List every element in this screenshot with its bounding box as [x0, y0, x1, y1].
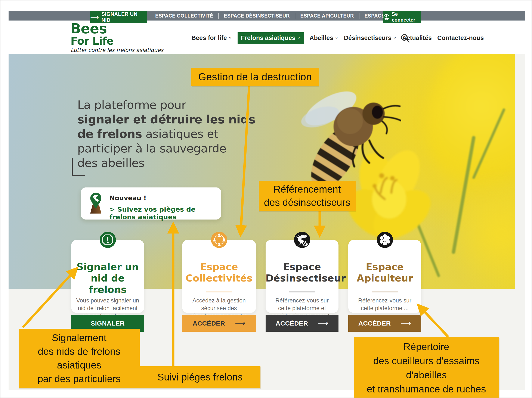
nouveau-title: Nouveau ! [109, 194, 146, 202]
nav-item-bees-for-life[interactable]: Bees for life ⌄ [191, 34, 232, 41]
card-espace-desinsectiseur: EspaceDésinsectiseur Référencez-vous sur… [266, 232, 338, 332]
button-label: ACCÉDER [193, 320, 225, 327]
logo[interactable]: Bees For Life [70, 22, 114, 46]
heading-bracket [72, 158, 73, 176]
card-title: Signaler unnid de frelons [71, 261, 144, 295]
heading-line: signaler et détruire les nids [77, 113, 255, 126]
divider [372, 291, 398, 292]
arrow-right-icon: ⟶ [318, 319, 329, 327]
arrow-right-icon: ⟶ [235, 319, 246, 327]
arrow-right-icon: ⟶ [401, 319, 411, 327]
login-label: Se connecter [392, 11, 421, 23]
honeycomb-icon [377, 232, 393, 248]
callout-signalement-particuliers: Signalement des nids de frelons asiatiqu… [19, 329, 140, 388]
hornet-pin-icon [88, 191, 104, 214]
acceder-apiculteur-button[interactable]: ACCÉDER ⟶ [348, 315, 421, 332]
chevron-down-icon: ⌄ [393, 34, 397, 39]
nouveau-link[interactable]: > Suivez vos pièges de frelons asiatique… [109, 205, 221, 221]
divider [289, 291, 315, 292]
heading-line: participer à la sauvegarde [77, 142, 227, 155]
acceder-desinsectiseur-button[interactable]: ACCÉDER ⟶ [266, 315, 338, 332]
button-label: ACCÉDER [358, 320, 391, 327]
card-signaler-un-nid: Signaler unnid de frelons Vous pouvez si… [71, 232, 144, 332]
alert-octagon-icon [100, 232, 116, 248]
bees-for-life-homepage: ⟶ SIGNALER UN NID ESPACE COLLECTIVITÉ ES… [0, 0, 532, 398]
nav-item-contactez-nous[interactable]: Contactez-nous [437, 34, 484, 41]
card-espace-collectivites: EspaceCollectivités Accédez à la gestion… [182, 232, 256, 332]
card-espace-apiculteur: EspaceApiculteur Référencez-vous sur cet… [348, 232, 421, 332]
divider [95, 291, 121, 292]
card-title: EspaceApiculteur [348, 261, 421, 284]
heading-line: La plateforme pour [77, 98, 186, 112]
divider [206, 291, 232, 292]
card-title: EspaceDésinsectiseur [266, 261, 338, 284]
se-connecter-button[interactable]: Se connecter [383, 11, 421, 23]
logo-line2: For Life [70, 36, 114, 46]
heading-bracket [72, 175, 85, 176]
callout-referencement-desinsectiseurs: Référencement des désinsectiseurs [259, 181, 356, 211]
heading-line: des abeilles [77, 156, 145, 170]
nav-item-desinsectiseurs[interactable]: Désinsectiseurs ⌄ [344, 34, 396, 41]
acceder-collectivites-button[interactable]: ACCÉDER ⟶ [182, 315, 256, 332]
logo-tagline: Lutter contre les frelons asiatiques [70, 47, 163, 53]
topbar-link-espace-collectivite[interactable]: ESPACE COLLECTIVITÉ [150, 13, 218, 19]
topbar-cta-label: SIGNALER UN NID [101, 11, 147, 23]
nav-label: Abeilles [309, 34, 333, 41]
nav-label: Bees for life [191, 34, 227, 41]
chevron-down-icon: ⌄ [297, 34, 300, 39]
hero-heading: La plateforme pour signaler et détruire … [77, 98, 255, 170]
nav-item-abeilles[interactable]: Abeilles ⌄ [309, 34, 338, 41]
arrow-right-icon: ⟶ [90, 14, 99, 21]
main-navigation: Bees for life ⌄ Frelons asiatiques ⌄ Abe… [191, 32, 484, 44]
callout-repertoire-cueilleurs: Répertoire des cueilleurs d'essaims d'ab… [354, 337, 499, 398]
heading-line: asiatiques et [142, 127, 218, 141]
chevron-down-icon: ⌄ [335, 34, 338, 39]
button-label: SIGNALER [91, 320, 125, 327]
nav-label: Désinsectiseurs [344, 34, 391, 41]
logo-line1: Bees [70, 22, 114, 36]
people-network-icon [211, 232, 227, 248]
button-label: ACCÉDER [276, 320, 308, 327]
search-icon[interactable] [400, 33, 411, 44]
heading-line-bold: de frelons [77, 127, 142, 141]
callout-gestion-destruction: Gestion de la destruction [191, 68, 319, 86]
nav-item-frelons-asiatiques[interactable]: Frelons asiatiques ⌄ [238, 32, 304, 44]
card-description: Référencez-vous sur cette plateforme ... [352, 297, 418, 312]
chevron-down-icon: ⌄ [228, 34, 232, 39]
topbar-link-espace-apiculteur[interactable]: ESPACE APICULTEUR [295, 13, 359, 19]
topbar-link-espace-desinsectiseur[interactable]: ESPACE DÉSINSECTISEUR [218, 13, 295, 19]
hornet-icon [294, 232, 310, 248]
user-icon [383, 14, 390, 20]
nav-label: Frelons asiatiques [241, 34, 296, 41]
nouveau-card[interactable]: Nouveau ! > Suivez vos pièges de frelons… [81, 188, 221, 220]
callout-suivi-pieges: Suivi piéges frelons [140, 366, 260, 388]
card-title: EspaceCollectivités [182, 261, 256, 284]
nav-label: Contactez-nous [437, 34, 484, 41]
